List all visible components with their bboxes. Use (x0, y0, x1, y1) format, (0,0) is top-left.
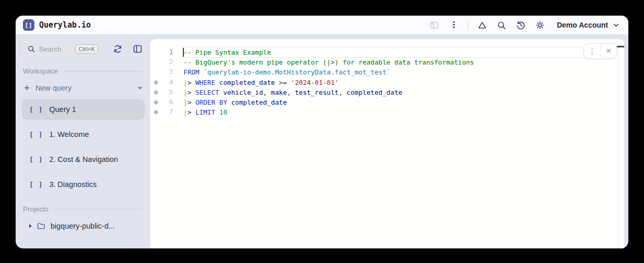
syntax-token: test_result (295, 89, 339, 96)
settings-gear-icon[interactable] (535, 20, 546, 30)
syntax-token: | (183, 89, 188, 96)
code-line: 4|> WHERE completed_date >= '2024-01-01' (150, 78, 624, 87)
account-menu[interactable]: Demo Account (557, 21, 620, 29)
sidebar-item-project[interactable]: bigquery-public-d... (29, 221, 150, 231)
caret-right-icon[interactable] (29, 224, 32, 228)
syntax-token: LIMIT (195, 108, 215, 116)
sidebar-item-label: 1. Welcome (49, 130, 89, 139)
editor-menu-icon[interactable]: ⋮ (584, 43, 600, 59)
syntax-token (191, 79, 195, 86)
refresh-icon[interactable] (113, 44, 123, 54)
code-line-text[interactable]: |> ORDER BY completed_date (183, 97, 590, 107)
syntax-token: completed_date (231, 98, 287, 106)
search-icon[interactable] (497, 20, 507, 30)
sidebar-item-query[interactable]: [ ]Query 1 (22, 99, 145, 120)
syntax-token: , (287, 89, 295, 96)
syntax-token: ORDER BY (195, 98, 227, 106)
line-number: 4 (162, 78, 173, 87)
line-number: 6 (162, 97, 173, 107)
text-cursor (183, 48, 184, 57)
syntax-token: SELECT (195, 89, 219, 96)
syntax-token: | (183, 79, 188, 86)
search-box[interactable]: Ctrl+K (22, 40, 103, 58)
code-editor[interactable]: 1-- Pipe Syntax Example2-- BigQuery's mo… (150, 39, 624, 248)
diamond-icon (153, 110, 158, 115)
sidebar-item-query[interactable]: [ ]2. Cost & Navigation (22, 149, 145, 170)
code-line-text[interactable]: |> WHERE completed_date >= '2024-01-01' (183, 78, 590, 87)
syntax-token: vehicle_id (223, 89, 263, 96)
syntax-token: '2024-01-01' (291, 79, 339, 86)
history-icon[interactable] (516, 20, 526, 30)
app-header: [] Querylab.io ⋮ (16, 16, 628, 35)
project-list: bigquery-public-d... (22, 221, 150, 231)
syntax-token (191, 89, 195, 96)
collapse-sidebar-icon[interactable] (132, 44, 143, 54)
app-title: Querylab.io (39, 20, 91, 30)
sidebar: Ctrl+K Wor (16, 35, 150, 248)
search-input[interactable] (39, 45, 71, 53)
minimap-scrollbar[interactable] (618, 39, 624, 248)
plus-icon: + (24, 82, 35, 94)
header-divider (468, 20, 468, 30)
code-line-text[interactable]: -- Pipe Syntax Example (183, 47, 590, 57)
sidebar-item-label: 3. Diagnostics (49, 180, 96, 189)
folder-icon (36, 221, 46, 231)
sidebar-item-label: 2. Cost & Navigation (49, 155, 118, 164)
new-query-button[interactable]: + New query (24, 82, 143, 94)
query-brackets-icon: [ ] (29, 181, 43, 189)
syntax-token: | (183, 108, 188, 116)
screen-background: [] Querylab.io ⋮ (0, 0, 644, 263)
syntax-token: 10 (219, 108, 227, 116)
syntax-token: make (271, 89, 287, 96)
syntax-token (191, 108, 195, 116)
minimap-code-dash (617, 46, 624, 47)
workspace-section-label: Workspace (23, 67, 143, 75)
code-line: 2-- BigQuery's modern pipe operator (|>)… (150, 57, 624, 67)
pipe-diamond-marker-icon (150, 110, 162, 114)
sidebar-item-label: Query 1 (49, 105, 76, 114)
editor-actions: ⋮ × (584, 43, 617, 59)
close-editor-icon[interactable]: × (600, 43, 616, 59)
chevron-down-icon[interactable] (138, 87, 143, 90)
code-line: 1-- Pipe Syntax Example (150, 47, 624, 57)
syntax-token: , (339, 89, 346, 96)
query-list: [ ]Query 1[ ]1. Welcome[ ]2. Cost & Navi… (22, 99, 150, 195)
pipe-diamond-marker-icon (150, 81, 162, 84)
code-line-text[interactable]: |> SELECT vehicle_id, make, test_result,… (183, 87, 590, 97)
syntax-token: -- BigQuery's modern pipe operator (|>) … (183, 58, 474, 66)
syntax-token: completed_date (346, 89, 402, 96)
syntax-token (191, 98, 195, 106)
chevron-down-icon (612, 21, 620, 29)
syntax-token: -- Pipe Syntax Example (183, 48, 271, 56)
code-line: 5|> SELECT vehicle_id, make, test_result… (150, 87, 624, 97)
search-icon (27, 45, 35, 53)
syntax-token: completed_date (219, 79, 275, 86)
header-toolbar: ⋮ (420, 20, 620, 30)
code-line: 6|> ORDER BY completed_date (150, 97, 624, 107)
account-label: Demo Account (557, 21, 608, 29)
alerts-triangle-icon[interactable] (477, 20, 488, 30)
app-window: [] Querylab.io ⋮ (16, 16, 628, 248)
sidebar-item-query[interactable]: [ ]3. Diagnostics (22, 174, 145, 195)
line-number: 5 (162, 87, 173, 97)
syntax-token (215, 108, 219, 116)
code-line-text[interactable]: -- BigQuery's modern pipe operator (|>) … (183, 57, 590, 67)
line-number: 7 (162, 107, 173, 117)
diamond-icon (153, 80, 158, 85)
pipe-diamond-marker-icon (150, 101, 162, 104)
line-number: 3 (162, 67, 173, 77)
line-number: 1 (162, 47, 173, 57)
syntax-token (215, 79, 219, 86)
query-brackets-icon: [ ] (29, 156, 43, 164)
line-number: 2 (162, 57, 173, 67)
layout-panel-icon[interactable] (429, 20, 440, 30)
diamond-icon (153, 90, 158, 95)
projects-section-label: Projects (23, 205, 143, 213)
code-line-text[interactable]: FROM `querylab-io-demo.MotHistoryData.fa… (183, 67, 590, 77)
sidebar-item-query[interactable]: [ ]1. Welcome (22, 124, 145, 145)
overflow-menu-icon[interactable]: ⋮ (449, 20, 459, 30)
syntax-token: FROM (183, 68, 200, 76)
diamond-icon (153, 100, 158, 105)
code-line-text[interactable]: |> LIMIT 10 (183, 107, 590, 117)
syntax-token: `querylab-io-demo.MotHistoryData.fact_mo… (203, 68, 390, 76)
